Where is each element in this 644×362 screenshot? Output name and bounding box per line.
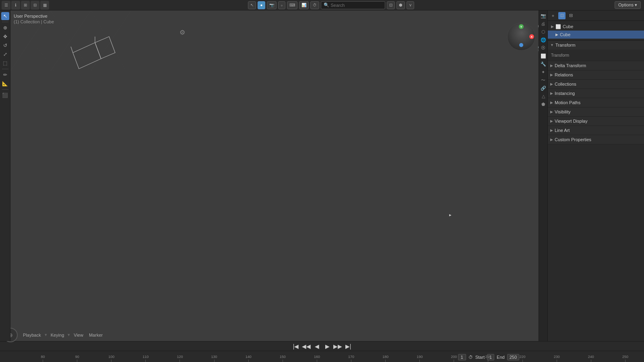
collection-item-cube-selected[interactable]: ▶ ▶ Cube [548, 31, 644, 39]
visibility-header[interactable]: ▶ Visibility [548, 107, 644, 116]
mode-btn-render[interactable]: 📷 [267, 1, 277, 9]
timeline-ruler: 80 90 100 110 120 130 140 150 160 170 18… [0, 351, 644, 362]
instancing-header[interactable]: ▶ Instancing [548, 89, 644, 98]
scene-new-btn[interactable]: + [549, 12, 557, 19]
cube-icon: ▶ [555, 33, 558, 37]
cursor: ▸ [449, 212, 453, 219]
tab-object[interactable]: ⬜ [540, 52, 547, 60]
properties-panel: ▼ Transform Transform ▶ Delta Transform … [548, 41, 644, 362]
vpdisplay-expand-icon: ▶ [550, 119, 553, 123]
ruler-tick-120: 120 [163, 355, 197, 362]
tab-particles[interactable]: ✦ [540, 68, 547, 76]
prev-key-btn[interactable]: ◀ [312, 342, 321, 351]
tab-world[interactable]: ⦿ [540, 44, 547, 51]
tool-transform[interactable]: ⬚ [1, 59, 9, 67]
section-motion: ▶ Motion Paths [548, 98, 644, 107]
ruler-tick-210: 210 [471, 355, 505, 362]
tab-view-layer[interactable]: ⬡ [540, 28, 547, 35]
tool-scale[interactable]: ⤢ [1, 50, 9, 58]
tab-render[interactable]: 📷 [540, 12, 547, 19]
tool-rotate[interactable]: ↺ [1, 41, 9, 49]
lineart-header[interactable]: ▶ Line Art [548, 126, 644, 135]
relations-header[interactable]: ▶ Relations [548, 70, 644, 79]
instancing-expand-icon: ▶ [550, 91, 553, 95]
vpdisplay-header[interactable]: ▶ Viewport Display [548, 117, 644, 125]
section-delta: ▶ Delta Transform [548, 61, 644, 70]
section-relations: ▶ Relations [548, 70, 644, 80]
render-icon[interactable]: ▦ [40, 1, 49, 10]
motion-header[interactable]: ▶ Motion Paths [548, 98, 644, 107]
visibility-expand-icon: ▶ [550, 110, 553, 114]
transform-header[interactable]: ▼ Transform [548, 41, 644, 49]
search-input[interactable] [331, 3, 379, 8]
keying-btn[interactable]: Keying [49, 332, 66, 338]
info-icon[interactable]: ℹ [11, 1, 20, 10]
mode-btn-composite[interactable]: ⬦ [278, 1, 285, 9]
mode-btn-select[interactable]: ↖ [248, 1, 256, 9]
nav-x-axis[interactable]: X [529, 34, 534, 39]
nav-widget[interactable]: Y X [507, 23, 535, 51]
viewport-shading[interactable]: ⬢ [396, 1, 405, 9]
tab-physics[interactable]: 〜 [540, 76, 547, 84]
collection-item-cube[interactable]: ▶ ⬜ Cube [548, 23, 644, 31]
tab-output[interactable]: 🖨 [540, 20, 547, 27]
ruler-tick-150: 150 [266, 355, 300, 362]
overlay-btn[interactable]: ⊡ [387, 1, 395, 9]
nav-sphere[interactable]: Y X [507, 23, 535, 51]
collections-header[interactable]: ▶ Collections [548, 80, 644, 88]
collections-label: Collections [555, 82, 576, 86]
jump-end-btn[interactable]: ▶| [344, 342, 353, 351]
view-btn[interactable]: View [72, 332, 85, 338]
location-label: Transform [551, 53, 641, 58]
filter-btn[interactable]: ⋎ [407, 1, 414, 9]
custom-header[interactable]: ▶ Custom Properties [548, 135, 644, 144]
tab-constraints[interactable]: 🔗 [540, 84, 547, 92]
delta-header[interactable]: ▶ Delta Transform [548, 61, 644, 70]
options-button[interactable]: Options ▾ [615, 1, 641, 9]
mode-btn-data[interactable]: 📊 [299, 1, 309, 9]
scene-filter-btn[interactable]: ⊡ [558, 12, 566, 19]
tab-modifier[interactable]: 🔧 [540, 60, 547, 68]
window-icon[interactable]: ⊞ [21, 1, 30, 10]
tool-measure[interactable]: 📐 [1, 80, 9, 88]
menu-icon[interactable]: ☰ [2, 1, 10, 10]
tab-scene[interactable]: 🌐 [540, 36, 547, 43]
left-toolbar: ↖ ⊕ ✥ ↺ ⤢ ⬚ ✏ 📐 ⬛ [0, 10, 10, 341]
ruler-tick-110: 110 [128, 355, 163, 362]
scene-collapse-btn[interactable]: ⊟ [567, 12, 574, 19]
tool-divider-1 [2, 22, 8, 22]
ruler-tick-90: 90 [60, 355, 94, 362]
tool-cursor[interactable]: ⊕ [1, 24, 9, 32]
tab-material[interactable]: ⬟ [540, 101, 547, 108]
relations-expand-icon: ▶ [550, 73, 553, 77]
mode-btn-scripting[interactable]: ⌨ [287, 1, 297, 9]
tool-addcube[interactable]: ⬛ [1, 91, 9, 99]
mode-btn-anim[interactable]: ⏱ [310, 1, 319, 9]
visibility-label: Visibility [555, 109, 571, 114]
search-icon: 🔍 [324, 2, 329, 8]
tool-select[interactable]: ↖ [1, 12, 9, 20]
tab-data[interactable]: △ [540, 93, 547, 100]
layout-icon[interactable]: ⊟ [31, 1, 39, 10]
motion-label: Motion Paths [555, 100, 580, 105]
right-panel: Scene Collection + ⊡ ⊟ ▶ ⬜ Cube ▶ ▶ Cube… [547, 0, 644, 362]
tool-annotate[interactable]: ✏ [1, 71, 9, 79]
delta-label: Delta Transform [555, 63, 586, 68]
jump-start-btn[interactable]: |◀ [291, 342, 300, 351]
scene-icons-row: + ⊡ ⊟ [548, 10, 644, 21]
motion-expand-icon: ▶ [550, 101, 553, 105]
nav-y-axis[interactable]: Y [519, 24, 524, 29]
play-btn[interactable]: ▶ [323, 342, 332, 351]
ruler-tick-140: 140 [231, 355, 266, 362]
tool-move[interactable]: ✥ [1, 33, 9, 41]
next-key-btn[interactable]: ▶▶ [333, 342, 342, 351]
ruler-tick-130: 130 [197, 355, 231, 362]
playback-btn[interactable]: Playback [21, 332, 43, 338]
ruler-tick-80: 80 [26, 355, 60, 362]
marker-btn[interactable]: Marker [87, 332, 105, 338]
prev-frame-btn[interactable]: ◀◀ [302, 342, 311, 351]
viewport[interactable]: User Perspective (1) Collection | Cube ⚙… [10, 10, 547, 341]
lineart-expand-icon: ▶ [550, 128, 553, 132]
mode-btn-3d[interactable]: ● [258, 1, 265, 9]
viewport-gear-icon[interactable]: ⚙ [180, 29, 185, 36]
